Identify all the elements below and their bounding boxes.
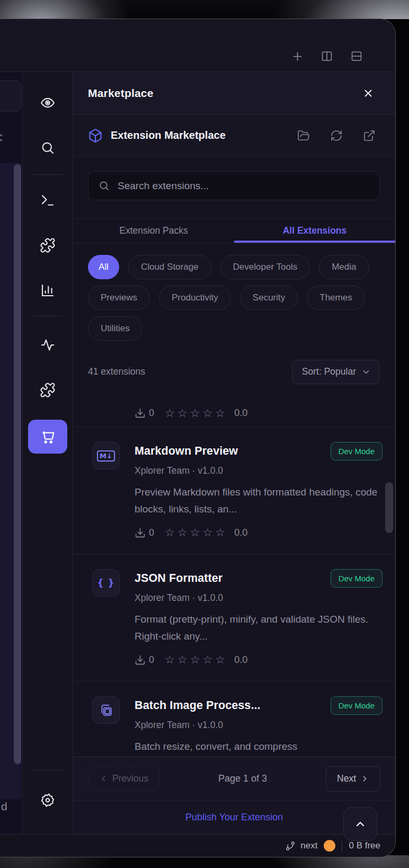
wallpaper-top [0, 0, 409, 19]
shopping-cart-icon[interactable] [28, 420, 67, 454]
category-chip-media[interactable]: Media [319, 255, 369, 279]
download-count: 0 [149, 408, 154, 419]
category-chip-cloud-storage[interactable]: Cloud Storage [128, 255, 211, 279]
window-tab-bar [0, 19, 395, 72]
publish-extension-link[interactable]: Publish Your Extension [185, 812, 283, 823]
download-count: 0 [149, 527, 154, 538]
download-icon [135, 408, 146, 419]
status-bar: next 0 B free [0, 834, 395, 857]
dev-mode-badge: Dev Mode [331, 442, 383, 460]
app-window: : d [0, 19, 396, 857]
tab-all-extensions[interactable]: All Extensions [234, 219, 395, 243]
bar-chart-icon[interactable] [36, 279, 59, 302]
marketplace-subheader: Extension Marketplace [73, 114, 395, 157]
extension-name: Batch Image Process... [135, 699, 261, 712]
panel-header: Marketplace [73, 72, 395, 114]
search-box[interactable] [88, 171, 380, 200]
split-vertical-icon[interactable] [320, 49, 334, 63]
scroll-to-top-button[interactable] [343, 807, 377, 841]
marketplace-title: Extension Marketplace [111, 129, 226, 141]
refresh-icon[interactable] [330, 129, 343, 143]
chevron-down-icon [361, 367, 371, 377]
extension-description: Batch resize, convert, and compress [135, 738, 381, 755]
star-icons: ☆☆☆☆☆ [165, 526, 228, 539]
dev-mode-badge: Dev Mode [331, 696, 383, 715]
split-horizontal-icon[interactable] [350, 49, 363, 63]
extension-card-markdown-preview[interactable]: M↓ Markdown Preview Dev Mode Xplorer Tea… [73, 427, 395, 554]
results-meta-row: 41 extensions Sort: Popular [73, 348, 395, 400]
page-status: Page 1 of 3 [159, 773, 326, 784]
category-chip-all[interactable]: All [88, 255, 119, 279]
background-window-partial-text: d [1, 800, 7, 813]
status-divider [342, 840, 342, 851]
activity-icon[interactable] [36, 333, 59, 357]
sidebar-divider [33, 770, 63, 770]
category-chip-utilities[interactable]: Utilities [88, 316, 143, 341]
package-icon [88, 128, 103, 143]
eye-icon[interactable] [36, 91, 59, 114]
extension-list: 0 ☆☆☆☆☆ 0.0 M↓ Markdown Preview Dev Mode [73, 400, 395, 757]
category-chip-security[interactable]: Security [240, 286, 298, 310]
sort-dropdown[interactable]: Sort: Popular [292, 360, 380, 384]
dev-mode-badge: Dev Mode [331, 569, 383, 588]
next-page-button[interactable]: Next [326, 766, 380, 792]
results-count: 41 extensions [88, 366, 145, 377]
download-icon [135, 527, 146, 538]
close-icon[interactable] [358, 83, 378, 103]
rating-value: 0.0 [234, 527, 247, 538]
previous-page-button[interactable]: Previous [88, 766, 159, 792]
category-chip-productivity[interactable]: Productivity [159, 286, 231, 310]
extension-name: JSON Formatter [135, 572, 223, 585]
terminal-icon[interactable] [36, 189, 59, 212]
activity-sidebar [23, 72, 73, 834]
folder-open-icon[interactable] [297, 129, 310, 143]
json-braces-icon: { } [92, 569, 120, 597]
marketplace-panel: Marketplace Extension Marketplace [73, 72, 395, 834]
search-input[interactable] [118, 180, 370, 192]
extension-description: Preview Markdown files with formatted he… [135, 484, 381, 518]
puzzle-icon[interactable] [36, 234, 59, 257]
category-chip-previews[interactable]: Previews [88, 286, 150, 310]
layered-images-icon [92, 696, 120, 724]
star-icons: ☆☆☆☆☆ [165, 653, 228, 666]
rating-value: 0.0 [234, 408, 247, 419]
marketplace-tabs: Extension Packs All Extensions [73, 219, 395, 243]
extension-name: Markdown Preview [135, 445, 238, 458]
panel-title: Marketplace [88, 87, 154, 100]
search-section [73, 157, 395, 219]
free-space-label: 0 B free [349, 840, 380, 851]
extension-description: Format (pretty-print), minify, and valid… [135, 611, 381, 645]
chevron-left-icon [99, 774, 108, 783]
download-count: 0 [149, 654, 154, 666]
pagination-bar: Previous Page 1 of 3 Next [73, 757, 395, 800]
git-branch-indicator[interactable]: next [285, 840, 317, 852]
desktop: : d [0, 0, 409, 868]
search-icon [98, 180, 110, 192]
extension-card-batch-image-processor[interactable]: Batch Image Process... Dev Mode Xplorer … [73, 681, 395, 757]
background-window-edge: : d [0, 72, 23, 834]
star-icons: ☆☆☆☆☆ [165, 407, 228, 420]
chevron-up-icon [354, 818, 367, 830]
external-link-icon[interactable] [362, 129, 376, 143]
sidebar-divider [33, 174, 63, 175]
extension-card-partial[interactable]: 0 ☆☆☆☆☆ 0.0 [73, 400, 395, 427]
extension-publisher: Xplorer Team · v1.0.0 [135, 720, 383, 731]
tab-extension-packs[interactable]: Extension Packs [73, 219, 234, 243]
extension-card-json-formatter[interactable]: { } JSON Formatter Dev Mode Xplorer Team… [73, 554, 395, 681]
sort-label: Sort: Popular [302, 366, 356, 377]
download-icon [135, 654, 146, 666]
extension-publisher: Xplorer Team · v1.0.0 [135, 465, 383, 476]
category-chip-developer-tools[interactable]: Developer Tools [220, 255, 310, 279]
category-chip-themes[interactable]: Themes [307, 286, 364, 310]
git-branch-icon [285, 840, 296, 852]
extension-publisher: Xplorer Team · v1.0.0 [135, 592, 383, 604]
new-tab-plus-icon[interactable] [290, 49, 304, 63]
settings-icon[interactable] [36, 789, 59, 812]
rating-value: 0.0 [234, 654, 247, 666]
category-filters: All Cloud Storage Developer Tools Media … [73, 243, 395, 348]
puzzle-icon[interactable] [36, 378, 59, 402]
background-window-tab [0, 81, 21, 111]
chevron-right-icon [360, 774, 369, 783]
list-scrollbar-thumb[interactable] [385, 482, 393, 533]
search-icon[interactable] [36, 136, 59, 160]
